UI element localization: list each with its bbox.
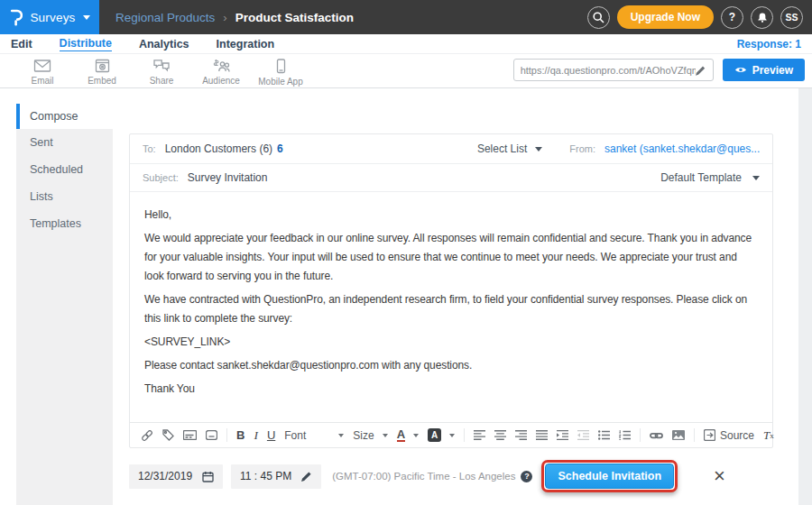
source-button[interactable]: Source	[704, 429, 754, 442]
justify-button[interactable]	[536, 430, 548, 440]
size-dropdown[interactable]: Size	[353, 429, 387, 442]
sidebar-item-compose[interactable]: Compose	[16, 104, 113, 129]
timezone-text: (GMT-07:00) Pacific Time - Los Angeles	[332, 471, 515, 482]
chevron-down-icon	[535, 147, 542, 152]
sidebar-item-templates[interactable]: Templates	[16, 210, 113, 237]
compose-panel: To: London Customers (6) 6 Select List F…	[113, 104, 798, 505]
insert-link-button[interactable]	[650, 430, 663, 441]
channel-embed[interactable]: Embed	[72, 57, 132, 86]
questionpro-logo-icon	[9, 8, 23, 26]
body-paragraph: We would appreciate your feedback in our…	[144, 229, 758, 286]
survey-tabbar: Edit Distribute Analytics Integration Re…	[0, 34, 812, 54]
clear-format-button[interactable]: Tx	[763, 428, 774, 443]
upgrade-now-button[interactable]: Upgrade Now	[617, 5, 714, 29]
template-dropdown[interactable]: Default Template	[660, 171, 760, 184]
toolbar-divider	[694, 428, 695, 442]
schedule-time-input[interactable]: 11 : 45 PM	[231, 464, 321, 489]
schedule-time-value: 11 : 45 PM	[240, 470, 291, 482]
select-list-label: Select List	[477, 142, 527, 155]
sidebar-item-scheduled[interactable]: Scheduled	[16, 156, 113, 183]
tag-button[interactable]	[162, 429, 174, 441]
mobile-app-icon	[272, 59, 289, 74]
edit-time-pencil-icon	[301, 471, 312, 482]
channel-mobile-app[interactable]: Mobile App	[251, 57, 310, 87]
close-icon[interactable]: ×	[714, 466, 725, 486]
breadcrumb-parent[interactable]: Regional Products	[115, 11, 215, 24]
email-composer: To: London Customers (6) 6 Select List F…	[129, 133, 773, 448]
search-button[interactable]	[587, 6, 610, 29]
recipient-count[interactable]: 6	[277, 142, 283, 155]
align-left-icon	[474, 430, 485, 440]
indent-decrease-button[interactable]	[577, 430, 589, 440]
schedule-row: 12/31/2019 11 : 45 PM (GMT-07:00) Pacifi…	[129, 460, 798, 492]
page-title: Product Satisfaction	[235, 11, 354, 24]
button-widget-button[interactable]	[206, 430, 217, 440]
card-button[interactable]	[183, 430, 197, 440]
surveys-menu[interactable]: Surveys	[0, 0, 99, 34]
sidebar-item-sent[interactable]: Sent	[16, 129, 113, 156]
eye-icon	[734, 66, 747, 74]
body-paragraph: Hello,	[144, 206, 758, 225]
channel-label: Embed	[88, 76, 116, 86]
font-label: Font	[284, 429, 306, 442]
calendar-icon	[202, 471, 214, 482]
underline-button[interactable]: U	[267, 428, 275, 442]
tab-integration[interactable]: Integration	[217, 38, 275, 50]
schedule-invitation-button[interactable]: Schedule Invitation	[545, 464, 674, 489]
anchor-link-button[interactable]	[141, 430, 153, 441]
distribute-sidebar: Compose Sent Scheduled Lists Templates	[16, 104, 113, 505]
select-list-dropdown[interactable]: Select List	[477, 142, 542, 155]
insert-image-button[interactable]	[672, 430, 685, 440]
schedule-date-input[interactable]: 12/31/2019	[129, 464, 223, 489]
bg-color-button[interactable]: A	[428, 428, 455, 442]
source-icon	[704, 429, 715, 441]
text-color-button[interactable]: A	[397, 428, 419, 442]
from-label: From:	[569, 143, 595, 154]
tab-distribute[interactable]: Distribute	[60, 37, 112, 51]
help-button[interactable]: ?	[721, 6, 743, 29]
breadcrumb: Regional Products › Product Satisfaction	[115, 11, 354, 24]
channel-label: Mobile App	[258, 77, 302, 87]
notifications-button[interactable]	[751, 6, 773, 29]
sidebar-item-lists[interactable]: Lists	[16, 183, 113, 210]
italic-button[interactable]: I	[254, 428, 258, 443]
channel-audience[interactable]: Audience	[191, 57, 251, 86]
preview-button[interactable]: Preview	[723, 59, 805, 81]
clear-format-x: x	[770, 431, 774, 440]
distribute-toolbar: Email Embed Share Audience Mo	[0, 54, 812, 88]
align-right-button[interactable]	[515, 430, 527, 440]
search-icon	[592, 11, 605, 24]
survey-url: https://qa.questionpro.com/t/AOhoVZfqml	[521, 65, 696, 76]
audience-icon	[212, 59, 231, 73]
bullet-list-button[interactable]	[598, 430, 610, 440]
from-value[interactable]: sanket (sanket.shekdar@ques...	[604, 142, 760, 155]
indent-increase-button[interactable]	[557, 430, 568, 440]
indent-decrease-icon	[577, 430, 589, 440]
align-left-button[interactable]	[474, 430, 485, 440]
chevron-down-icon	[752, 176, 760, 180]
body-paragraph: <SURVEY_LINK>	[144, 333, 758, 352]
tab-edit[interactable]: Edit	[11, 38, 32, 50]
numbered-list-button[interactable]	[619, 430, 631, 440]
toolbar-divider	[464, 428, 465, 442]
subject-value[interactable]: Survey Invitation	[188, 171, 268, 184]
tab-analytics[interactable]: Analytics	[139, 38, 189, 50]
channel-email[interactable]: Email	[13, 57, 72, 86]
share-icon	[152, 59, 171, 73]
channel-share[interactable]: Share	[132, 57, 191, 86]
align-center-button[interactable]	[494, 430, 506, 440]
chevron-down-icon	[83, 15, 90, 20]
avatar[interactable]: SS	[780, 6, 803, 29]
to-row: To: London Customers (6) 6 Select List F…	[130, 134, 772, 164]
button-icon	[206, 430, 217, 440]
card-icon	[183, 430, 197, 440]
font-dropdown[interactable]: Font	[284, 429, 344, 442]
header-actions: Upgrade Now ? SS	[587, 5, 812, 29]
survey-url-field[interactable]: https://qa.questionpro.com/t/AOhoVZfqml	[513, 59, 714, 81]
chevron-down-icon	[338, 434, 344, 437]
bold-button[interactable]: B	[236, 428, 245, 442]
email-body-editor[interactable]: Hello, We would appreciate your feedback…	[130, 192, 772, 423]
body-paragraph: Thank You	[144, 380, 758, 399]
edit-url-pencil-icon[interactable]	[696, 65, 706, 76]
timezone-help-button[interactable]: ?	[521, 471, 532, 482]
